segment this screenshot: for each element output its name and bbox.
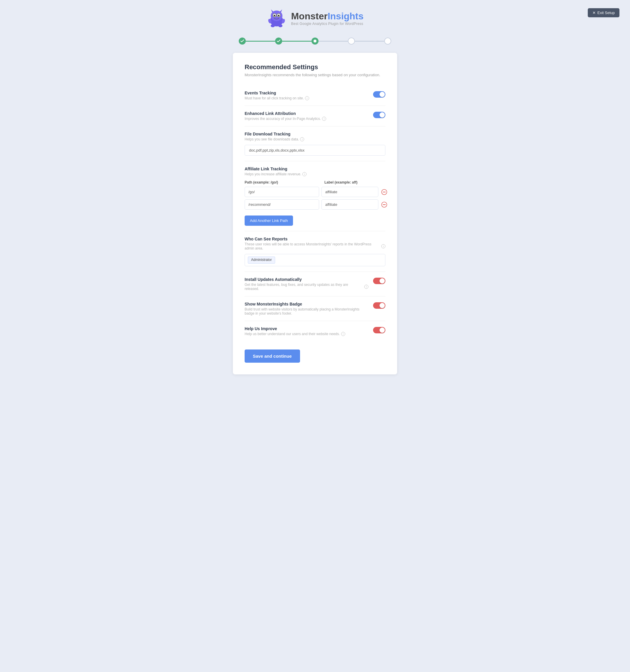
help-improve-label: Help Us Improve [244,326,368,331]
reports-label: Who Can See Reports [244,237,386,241]
add-link-path-button[interactable]: Add Another Link Path [244,216,293,226]
show-badge-info: Show MonsterInsights Badge Build trust w… [244,302,368,315]
svg-point-13 [271,24,275,27]
logo-monster-icon [266,8,287,29]
logo-subtitle: Best Google Analytics Plugin for WordPre… [291,22,364,26]
help-improve-row: Help Us Improve Help us better understan… [244,321,386,341]
page-title: Recommended Settings [244,63,386,71]
events-tracking-info-icon[interactable]: i [305,96,309,100]
logo-text-area: MonsterInsights Best Google Analytics Pl… [291,11,364,25]
events-tracking-desc: Must have for all click tracking on site… [244,96,368,100]
progress-step-3 [311,38,319,45]
svg-point-9 [275,15,275,15]
reports-section: Who Can See Reports These user roles wil… [244,231,386,272]
show-badge-label: Show MonsterInsights Badge [244,302,368,306]
progress-step-5 [384,38,391,45]
show-badge-toggle[interactable] [373,302,386,309]
progress-line-2 [282,41,311,42]
exit-icon: ✕ [592,10,596,15]
help-improve-toggle[interactable] [373,327,386,333]
logo-area: MonsterInsights Best Google Analytics Pl… [266,8,364,29]
file-download-info-icon[interactable]: i [300,137,304,141]
page-subtitle: MonsterInsights recommends the following… [244,73,386,77]
affiliate-section: Affiliate Link Tracking Helps you increa… [244,161,386,231]
events-tracking-label: Events Tracking [244,91,368,95]
reports-desc: These user roles will be able to access … [244,242,386,250]
svg-marker-11 [271,9,273,12]
header: MonsterInsights Best Google Analytics Pl… [0,0,630,34]
install-updates-info: Install Updates Automatically Get the la… [244,277,368,291]
svg-point-14 [278,24,282,27]
progress-bar-container [0,34,630,53]
affiliate-path-header: Path (example: /go/) [244,180,321,185]
file-download-section: File Download Tracking Helps you see fil… [244,126,386,161]
logo-insights-text: Insights [328,11,364,21]
show-badge-row: Show MonsterInsights Badge Build trust w… [244,296,386,321]
affiliate-row-1 [244,187,386,197]
events-tracking-toggle[interactable] [373,91,386,98]
affiliate-label: Affiliate Link Tracking [244,167,386,171]
show-badge-desc: Build trust with website visitors by aut… [244,307,368,315]
save-continue-button[interactable]: Save and continue [244,350,300,363]
help-improve-info: Help Us Improve Help us better understan… [244,326,368,336]
events-tracking-thumb [379,92,385,97]
help-improve-desc: Help us better understand our users and … [244,332,368,336]
affiliate-row-2 [244,199,386,210]
logo-title: MonsterInsights [291,11,364,21]
tag-administrator: Administrator [248,257,275,264]
affiliate-path-input-2[interactable] [244,199,319,210]
enhanced-link-toggle[interactable] [373,112,386,118]
file-download-input[interactable] [244,145,386,156]
logo-monster-text: Monster [291,11,327,21]
enhanced-link-info-icon[interactable]: i [322,117,326,121]
tag-input-area[interactable]: Administrator [244,254,386,266]
enhanced-link-info: Enhanced Link Attribution Improves the a… [244,111,368,121]
progress-line-1 [246,41,275,42]
help-improve-thumb [379,328,385,333]
events-tracking-info: Events Tracking Must have for all click … [244,91,368,100]
progress-step-1 [239,38,246,45]
affiliate-label-input-1[interactable] [322,187,378,197]
affiliate-desc: Helps you increase affiliate revenue. i [244,172,386,176]
progress-track [239,38,391,45]
affiliate-path-input-1[interactable] [244,187,319,197]
events-tracking-row: Events Tracking Must have for all click … [244,85,386,106]
install-updates-info-icon[interactable]: i [364,285,368,289]
affiliate-info-icon[interactable]: i [302,172,306,176]
file-download-label: File Download Tracking [244,131,386,136]
install-updates-thumb [379,278,385,284]
install-updates-row: Install Updates Automatically Get the la… [244,272,386,296]
progress-line-4 [355,41,384,42]
exit-setup-label: Exit Setup [598,10,615,15]
progress-line-3 [319,41,348,42]
main-card: Recommended Settings MonsterInsights rec… [233,53,397,375]
svg-marker-12 [280,9,282,12]
install-updates-desc: Get the latest features, bug fixes, and … [244,283,368,291]
affiliate-remove-button-2[interactable] [381,202,388,208]
affiliate-label-input-2[interactable] [322,199,378,210]
install-updates-label: Install Updates Automatically [244,277,368,282]
enhanced-link-thumb [379,112,385,118]
reports-info-icon[interactable]: i [381,244,386,248]
show-badge-thumb [379,303,385,308]
help-improve-info-icon[interactable]: i [341,332,345,336]
affiliate-headers: Path (example: /go/) Label (example: aff… [244,180,386,185]
progress-step-4 [348,38,355,45]
affiliate-remove-button-1[interactable] [381,189,388,195]
progress-step-2 [275,38,282,45]
file-download-desc: Helps you see file downloads data. i [244,137,386,141]
affiliate-label-header: Label (example: aff) [324,180,386,185]
enhanced-link-row: Enhanced Link Attribution Improves the a… [244,106,386,126]
svg-point-10 [279,15,280,15]
install-updates-toggle[interactable] [373,278,386,284]
exit-setup-button[interactable]: ✕ Exit Setup [588,8,620,17]
enhanced-link-label: Enhanced Link Attribution [244,111,368,116]
enhanced-link-desc: Improves the accuracy of your In-Page An… [244,117,368,121]
